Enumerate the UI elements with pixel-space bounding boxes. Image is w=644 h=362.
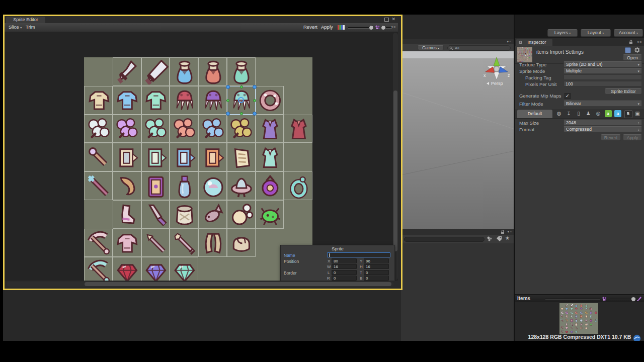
sprite-cell[interactable] [198,200,227,229]
sprite-cell[interactable] [198,143,227,171]
platform-tab-android-robot-icon[interactable]: ♟ [585,110,592,117]
height-field[interactable]: 16 [364,264,389,269]
border-handle[interactable] [226,99,229,102]
selection-handle[interactable] [226,112,230,116]
sprite-cell[interactable] [284,171,312,200]
project-menu-icon[interactable]: ▾≡ [507,230,512,234]
sprite-cell[interactable] [84,143,113,171]
border-l-field[interactable]: 0 [332,270,357,275]
preview-mip-slider[interactable] [610,299,634,300]
inspector-revert-button[interactable]: Revert [601,134,621,141]
filter-mode-dropdown[interactable]: Bilinear▾ [564,101,642,107]
sprite-cell[interactable] [227,200,256,229]
sprite-cell[interactable] [227,57,256,86]
sprite-cell[interactable] [256,171,284,200]
border-handle[interactable] [240,85,243,88]
border-r-field[interactable]: 0 [332,276,357,281]
platform-tab-default[interactable]: Default [517,110,552,118]
color-channel-icon[interactable] [636,296,642,302]
selection-handle[interactable] [253,85,257,89]
scene-viewport[interactable]: x z Persp [401,51,514,229]
apply-button[interactable]: Apply [321,24,333,30]
format-dropdown[interactable]: Compressed↕ [564,126,642,132]
sprite-cell[interactable] [113,57,141,86]
sprite-cell[interactable] [198,171,227,200]
label-filter-icon[interactable] [496,236,502,242]
platform-tab-standalone-icon[interactable]: ↧ [566,110,573,117]
sprite-cell[interactable] [170,200,198,229]
sprite-cell[interactable] [113,143,141,171]
sprite-cell[interactable] [84,229,113,257]
preview-header[interactable]: items [515,294,644,303]
lock-icon[interactable] [501,230,505,234]
sprite-cell[interactable] [141,57,170,86]
platform-tab-webgl-icon[interactable]: 5 [624,110,632,118]
sprite-cell[interactable] [113,171,141,200]
inspector-apply-button[interactable]: Apply [623,134,642,141]
sprite-cell[interactable] [170,229,198,257]
platform-tab-ios-icon[interactable]: ▯ [575,110,582,117]
sprite-cell[interactable] [256,115,284,143]
sprite-cell[interactable] [198,115,227,143]
sprite-editor-button[interactable]: Sprite Editor [605,88,642,95]
sprite-editor-canvas[interactable]: Sprite Name Position X 80 Y 96 W 16 H 16… [5,32,398,281]
name-input[interactable] [327,252,390,257]
gear-icon[interactable] [634,47,640,53]
open-button[interactable]: Open [623,54,642,61]
platform-tab-samsung-tv-icon[interactable]: ▣ [634,110,641,117]
sprite-cell[interactable] [170,143,198,171]
selection-handle[interactable] [253,112,257,116]
sprite-cell[interactable] [227,171,256,200]
sprite-cell[interactable] [141,257,170,281]
sprite-cell[interactable] [113,86,141,115]
packing-tag-field[interactable] [564,74,642,80]
sprite-cell[interactable] [113,229,141,257]
sprite-cell[interactable] [141,143,170,171]
sprite-cell[interactable] [198,57,227,86]
texture-type-dropdown[interactable]: Sprite (2D and UI)▾ [564,61,642,67]
platform-tab-android-icon[interactable]: a [605,110,612,117]
account-dropdown[interactable]: Account ▾ [614,29,643,37]
sprite-cell[interactable] [256,200,284,229]
inspector-menu-icon[interactable]: ▾≡ [637,40,642,44]
sprite-cell[interactable] [198,229,227,257]
vertical-scrollbar[interactable] [393,33,398,280]
sprite-cell[interactable] [227,86,256,115]
sprite-cell[interactable] [141,171,170,200]
revert-button[interactable]: Revert [303,24,317,30]
sprite-cell[interactable] [170,86,198,115]
platform-tab-tizen-icon[interactable]: a [614,110,621,117]
sprite-cell[interactable] [198,86,227,115]
sprite-cell[interactable] [141,200,170,229]
sprite-cell[interactable] [170,115,198,143]
vertical-scrollbar-thumb[interactable] [393,90,397,251]
layout-dropdown[interactable]: Layout ▾ [581,29,611,37]
sprite-sheet-texture[interactable] [84,57,312,281]
project-search-input[interactable] [404,237,485,242]
alpha-slider-knob[interactable] [369,25,374,30]
sprite-cell[interactable] [141,229,170,257]
horizontal-scrollbar-thumb[interactable] [85,282,391,286]
selection-handle[interactable] [226,85,230,89]
sprite-cell[interactable] [84,171,113,200]
sprite-cell[interactable] [227,115,256,143]
trim-button[interactable]: Trim [26,24,35,30]
color-swatch-icon[interactable] [338,25,345,30]
horizontal-scrollbar[interactable] [7,282,394,287]
generate-mip-maps-checkbox[interactable]: ✓ [565,93,571,99]
border-t-field[interactable]: 0 [364,270,389,275]
sprite-mode-dropdown[interactable]: Multiple▾ [564,68,642,74]
sprite-cell[interactable] [227,143,256,171]
scene-search-input[interactable]: All [447,45,511,51]
scene-orientation-gizmo[interactable]: x z [482,53,511,82]
position-x-field[interactable]: 80 [332,258,357,263]
tab-sprite-editor[interactable]: Sprite Editor [6,17,45,23]
favorites-star-icon[interactable]: ★ [505,235,510,241]
sprite-cell[interactable] [141,115,170,143]
persp-toggle[interactable]: Persp [488,81,503,86]
sprite-cell[interactable] [256,143,284,171]
mip-slider-knob[interactable] [381,25,386,30]
platform-tab-tvos-icon[interactable]: ◎ [595,110,602,117]
gizmos-button[interactable]: Gizmos ▾ [418,45,444,50]
maximize-icon[interactable] [384,18,389,22]
